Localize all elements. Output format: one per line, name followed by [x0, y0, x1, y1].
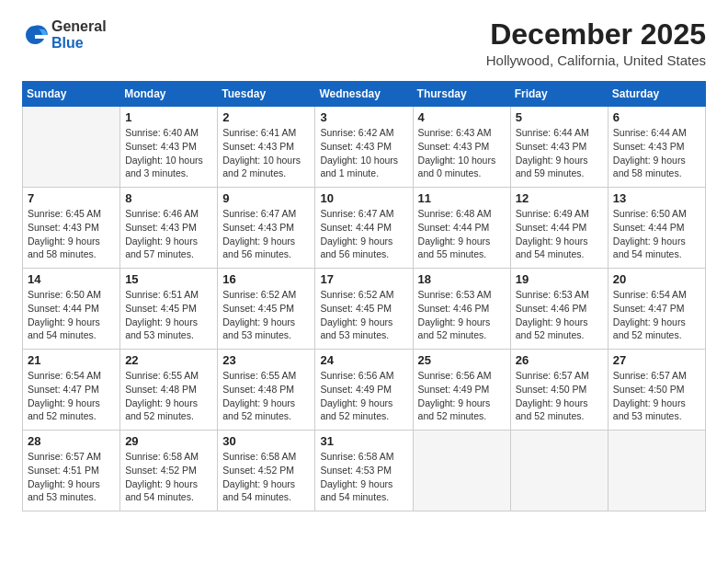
day-number: 26 [516, 353, 603, 367]
week-row-1: 1Sunrise: 6:40 AM Sunset: 4:43 PM Daylig… [23, 107, 706, 188]
day-info: Sunrise: 6:43 AM Sunset: 4:43 PM Dayligh… [418, 126, 506, 180]
day-info: Sunrise: 6:52 AM Sunset: 4:45 PM Dayligh… [320, 288, 407, 342]
day-info: Sunrise: 6:54 AM Sunset: 4:47 PM Dayligh… [613, 288, 700, 342]
calendar-cell: 9Sunrise: 6:47 AM Sunset: 4:43 PM Daylig… [218, 188, 315, 269]
day-info: Sunrise: 6:58 AM Sunset: 4:52 PM Dayligh… [222, 450, 310, 504]
day-number: 31 [320, 434, 407, 448]
day-number: 21 [28, 353, 115, 367]
day-info: Sunrise: 6:44 AM Sunset: 4:43 PM Dayligh… [516, 126, 603, 180]
week-row-2: 7Sunrise: 6:45 AM Sunset: 4:43 PM Daylig… [23, 188, 706, 269]
day-info: Sunrise: 6:45 AM Sunset: 4:43 PM Dayligh… [28, 207, 115, 261]
calendar-cell: 23Sunrise: 6:55 AM Sunset: 4:48 PM Dayli… [218, 350, 315, 431]
day-number: 9 [222, 191, 310, 205]
calendar-cell: 22Sunrise: 6:55 AM Sunset: 4:48 PM Dayli… [120, 350, 218, 431]
logo-icon [22, 22, 48, 48]
main-title: December 2025 [486, 18, 706, 51]
day-info: Sunrise: 6:54 AM Sunset: 4:47 PM Dayligh… [28, 369, 115, 423]
day-info: Sunrise: 6:57 AM Sunset: 4:50 PM Dayligh… [613, 369, 700, 423]
day-info: Sunrise: 6:57 AM Sunset: 4:51 PM Dayligh… [28, 450, 115, 504]
col-thursday: Thursday [413, 82, 510, 107]
calendar-cell: 20Sunrise: 6:54 AM Sunset: 4:47 PM Dayli… [608, 269, 705, 350]
day-info: Sunrise: 6:56 AM Sunset: 4:49 PM Dayligh… [418, 369, 506, 423]
day-number: 14 [28, 272, 115, 286]
calendar-cell: 27Sunrise: 6:57 AM Sunset: 4:50 PM Dayli… [608, 350, 705, 431]
calendar-cell [608, 431, 705, 511]
page: General Blue December 2025 Hollywood, Ca… [0, 0, 728, 563]
day-info: Sunrise: 6:50 AM Sunset: 4:44 PM Dayligh… [613, 207, 700, 261]
calendar-cell: 18Sunrise: 6:53 AM Sunset: 4:46 PM Dayli… [413, 269, 510, 350]
day-number: 6 [613, 110, 700, 124]
week-row-4: 21Sunrise: 6:54 AM Sunset: 4:47 PM Dayli… [23, 350, 706, 431]
logo-blue-text: Blue [51, 35, 107, 52]
header-row: Sunday Monday Tuesday Wednesday Thursday… [23, 82, 706, 107]
day-info: Sunrise: 6:57 AM Sunset: 4:50 PM Dayligh… [516, 369, 603, 423]
calendar-cell: 16Sunrise: 6:52 AM Sunset: 4:45 PM Dayli… [218, 269, 315, 350]
calendar-body: 1Sunrise: 6:40 AM Sunset: 4:43 PM Daylig… [23, 107, 706, 511]
calendar-cell: 24Sunrise: 6:56 AM Sunset: 4:49 PM Dayli… [315, 350, 413, 431]
calendar-cell: 11Sunrise: 6:48 AM Sunset: 4:44 PM Dayli… [413, 188, 510, 269]
calendar-cell: 29Sunrise: 6:58 AM Sunset: 4:52 PM Dayli… [120, 431, 218, 511]
col-monday: Monday [120, 82, 218, 107]
col-friday: Friday [510, 82, 608, 107]
calendar-cell: 26Sunrise: 6:57 AM Sunset: 4:50 PM Dayli… [510, 350, 608, 431]
day-number: 22 [125, 353, 212, 367]
day-info: Sunrise: 6:42 AM Sunset: 4:43 PM Dayligh… [320, 126, 407, 180]
calendar-cell: 7Sunrise: 6:45 AM Sunset: 4:43 PM Daylig… [23, 188, 120, 269]
calendar-cell [413, 431, 510, 511]
logo-general-text: General [51, 18, 107, 35]
calendar-cell: 30Sunrise: 6:58 AM Sunset: 4:52 PM Dayli… [218, 431, 315, 511]
day-number: 11 [418, 191, 506, 205]
day-number: 3 [320, 110, 407, 124]
day-info: Sunrise: 6:53 AM Sunset: 4:46 PM Dayligh… [418, 288, 506, 342]
col-wednesday: Wednesday [315, 82, 413, 107]
calendar-cell [510, 431, 608, 511]
col-tuesday: Tuesday [218, 82, 315, 107]
day-number: 24 [320, 353, 407, 367]
day-number: 12 [516, 191, 603, 205]
day-number: 18 [418, 272, 506, 286]
calendar-cell: 6Sunrise: 6:44 AM Sunset: 4:43 PM Daylig… [608, 107, 705, 188]
calendar-cell: 14Sunrise: 6:50 AM Sunset: 4:44 PM Dayli… [23, 269, 120, 350]
day-number: 17 [320, 272, 407, 286]
day-info: Sunrise: 6:46 AM Sunset: 4:43 PM Dayligh… [125, 207, 212, 261]
calendar-cell: 2Sunrise: 6:41 AM Sunset: 4:43 PM Daylig… [218, 107, 315, 188]
col-saturday: Saturday [608, 82, 705, 107]
calendar-cell: 4Sunrise: 6:43 AM Sunset: 4:43 PM Daylig… [413, 107, 510, 188]
day-info: Sunrise: 6:53 AM Sunset: 4:46 PM Dayligh… [516, 288, 603, 342]
calendar-cell: 5Sunrise: 6:44 AM Sunset: 4:43 PM Daylig… [510, 107, 608, 188]
day-number: 8 [125, 191, 212, 205]
logo: General Blue [22, 18, 107, 51]
day-number: 29 [125, 434, 212, 448]
day-number: 23 [222, 353, 310, 367]
day-number: 16 [222, 272, 310, 286]
day-info: Sunrise: 6:52 AM Sunset: 4:45 PM Dayligh… [222, 288, 310, 342]
day-number: 4 [418, 110, 506, 124]
logo-text: General Blue [51, 18, 107, 51]
day-number: 28 [28, 434, 115, 448]
day-info: Sunrise: 6:58 AM Sunset: 4:53 PM Dayligh… [320, 450, 407, 504]
calendar-cell: 13Sunrise: 6:50 AM Sunset: 4:44 PM Dayli… [608, 188, 705, 269]
subtitle: Hollywood, California, United States [486, 52, 706, 68]
day-number: 19 [516, 272, 603, 286]
day-info: Sunrise: 6:55 AM Sunset: 4:48 PM Dayligh… [125, 369, 212, 423]
calendar-cell: 12Sunrise: 6:49 AM Sunset: 4:44 PM Dayli… [510, 188, 608, 269]
calendar-cell: 31Sunrise: 6:58 AM Sunset: 4:53 PM Dayli… [315, 431, 413, 511]
week-row-5: 28Sunrise: 6:57 AM Sunset: 4:51 PM Dayli… [23, 431, 706, 511]
calendar-cell: 3Sunrise: 6:42 AM Sunset: 4:43 PM Daylig… [315, 107, 413, 188]
day-number: 20 [613, 272, 700, 286]
day-number: 13 [613, 191, 700, 205]
day-info: Sunrise: 6:50 AM Sunset: 4:44 PM Dayligh… [28, 288, 115, 342]
title-block: December 2025 Hollywood, California, Uni… [486, 18, 706, 68]
calendar-cell: 25Sunrise: 6:56 AM Sunset: 4:49 PM Dayli… [413, 350, 510, 431]
day-info: Sunrise: 6:49 AM Sunset: 4:44 PM Dayligh… [516, 207, 603, 261]
calendar-cell: 19Sunrise: 6:53 AM Sunset: 4:46 PM Dayli… [510, 269, 608, 350]
calendar-cell: 21Sunrise: 6:54 AM Sunset: 4:47 PM Dayli… [23, 350, 120, 431]
day-number: 5 [516, 110, 603, 124]
week-row-3: 14Sunrise: 6:50 AM Sunset: 4:44 PM Dayli… [23, 269, 706, 350]
calendar-cell: 1Sunrise: 6:40 AM Sunset: 4:43 PM Daylig… [120, 107, 218, 188]
day-info: Sunrise: 6:40 AM Sunset: 4:43 PM Dayligh… [125, 126, 212, 180]
calendar-header: Sunday Monday Tuesday Wednesday Thursday… [23, 82, 706, 107]
day-info: Sunrise: 6:55 AM Sunset: 4:48 PM Dayligh… [222, 369, 310, 423]
day-number: 1 [125, 110, 212, 124]
calendar-cell: 8Sunrise: 6:46 AM Sunset: 4:43 PM Daylig… [120, 188, 218, 269]
